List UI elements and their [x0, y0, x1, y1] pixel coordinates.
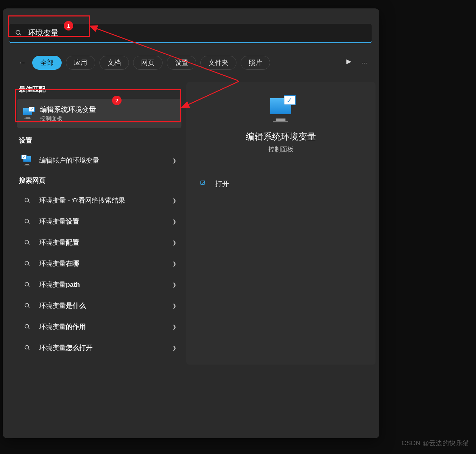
svg-point-2: [25, 198, 29, 202]
control-panel-icon-small: ✓: [22, 155, 32, 166]
filter-settings[interactable]: 设置: [167, 56, 196, 70]
filter-all[interactable]: 全部: [32, 56, 62, 70]
filter-folders[interactable]: 文件夹: [200, 56, 236, 70]
web-item-label: 环境变量的作用: [39, 322, 86, 331]
web-item-label: 环境变量在哪: [39, 259, 79, 268]
filter-photos[interactable]: 照片: [241, 56, 270, 70]
search-icon: [22, 345, 32, 351]
web-item-label: 环境变量 - 查看网络搜索结果: [39, 196, 125, 205]
svg-line-5: [28, 222, 29, 224]
back-arrow-icon[interactable]: ←: [17, 58, 28, 67]
search-icon: [22, 324, 32, 330]
svg-line-15: [28, 327, 29, 329]
svg-point-0: [16, 31, 20, 35]
chevron-right-icon: ❯: [172, 282, 177, 287]
chevron-right-icon: ❯: [172, 158, 177, 163]
search-icon: [22, 239, 32, 246]
chevron-right-icon: ❯: [172, 219, 177, 224]
web-item-label: 环境变量配置: [39, 238, 79, 247]
search-icon: [22, 197, 32, 204]
svg-line-3: [28, 201, 29, 203]
best-match-title: 编辑系统环境变量: [40, 105, 96, 114]
chevron-right-icon: ❯: [172, 324, 177, 330]
web-item-1[interactable]: 环境变量设置 ❯: [17, 211, 181, 232]
svg-point-10: [25, 282, 29, 286]
web-item-label: 环境变量怎么打开: [39, 343, 92, 352]
web-header: 搜索网页: [19, 176, 181, 185]
svg-line-17: [28, 348, 29, 350]
web-item-label: 环境变量path: [39, 280, 80, 289]
settings-item-label: 编辑帐户的环境变量: [39, 156, 99, 165]
preview-icon: ✓: [268, 96, 294, 122]
svg-point-8: [25, 261, 29, 265]
filter-docs[interactable]: 文档: [99, 56, 129, 70]
chevron-right-icon: ❯: [172, 261, 177, 266]
watermark: CSDN @云边的快乐猫: [402, 439, 469, 448]
open-icon: [200, 180, 206, 188]
web-item-6[interactable]: 环境变量的作用 ❯: [17, 316, 181, 337]
preview-title: 编辑系统环境变量: [197, 131, 365, 142]
filter-row: ← 全部 应用 文档 网页 设置 文件夹 照片: [17, 55, 369, 71]
search-input-container[interactable]: 环境变量: [9, 24, 372, 43]
svg-line-9: [28, 264, 29, 266]
web-item-0[interactable]: 环境变量 - 查看网络搜索结果 ❯: [17, 190, 181, 211]
best-match-subtitle: 控制面板: [40, 115, 96, 122]
play-icon[interactable]: ▶: [346, 57, 351, 65]
search-icon: [22, 260, 32, 267]
svg-point-4: [25, 219, 29, 223]
results-column: 最佳匹配 ✓ 编辑系统环境变量 控制面板 设置 ✓ 编辑帐户的环境变量 ❯ 搜索…: [17, 82, 181, 431]
control-panel-icon: ✓: [22, 108, 34, 119]
best-match-header: 最佳匹配: [19, 85, 181, 94]
filter-web[interactable]: 网页: [133, 56, 163, 70]
search-icon: [22, 282, 32, 288]
chevron-right-icon: ❯: [172, 240, 177, 245]
chevron-right-icon: ❯: [172, 303, 177, 309]
web-item-label: 环境变量设置: [39, 217, 79, 226]
svg-line-1: [20, 34, 21, 35]
chevron-right-icon: ❯: [172, 345, 177, 351]
preview-subtitle: 控制面板: [197, 145, 365, 154]
web-item-3[interactable]: 环境变量在哪 ❯: [17, 253, 181, 274]
open-label: 打开: [215, 179, 229, 189]
open-action[interactable]: 打开: [197, 170, 365, 198]
svg-point-12: [25, 303, 29, 307]
best-match-item[interactable]: ✓ 编辑系统环境变量 控制面板: [17, 99, 181, 128]
search-icon: [22, 303, 32, 309]
svg-line-7: [28, 243, 29, 245]
settings-item-0[interactable]: ✓ 编辑帐户的环境变量 ❯: [17, 150, 181, 171]
preview-pane: ✓ 编辑系统环境变量 控制面板 打开: [186, 82, 375, 365]
svg-point-16: [25, 345, 29, 349]
web-item-label: 环境变量是什么: [39, 301, 86, 310]
web-item-2[interactable]: 环境变量配置 ❯: [17, 232, 181, 253]
search-input-text[interactable]: 环境变量: [28, 28, 58, 38]
svg-rect-18: [201, 181, 205, 185]
filter-apps[interactable]: 应用: [66, 56, 95, 70]
svg-point-14: [25, 324, 29, 328]
search-icon: [22, 218, 32, 225]
search-icon: [9, 29, 28, 36]
web-item-4[interactable]: 环境变量path ❯: [17, 274, 181, 295]
search-window: 环境变量 ← 全部 应用 文档 网页 设置 文件夹 照片 ▶ … 最佳匹配 ✓ …: [3, 8, 379, 438]
web-item-7[interactable]: 环境变量怎么打开 ❯: [17, 337, 181, 358]
more-icon[interactable]: …: [361, 58, 367, 65]
chevron-right-icon: ❯: [172, 198, 177, 203]
web-item-5[interactable]: 环境变量是什么 ❯: [17, 295, 181, 316]
svg-line-11: [28, 285, 29, 287]
svg-line-13: [28, 306, 29, 308]
svg-point-6: [25, 240, 29, 244]
settings-header: 设置: [19, 136, 181, 145]
